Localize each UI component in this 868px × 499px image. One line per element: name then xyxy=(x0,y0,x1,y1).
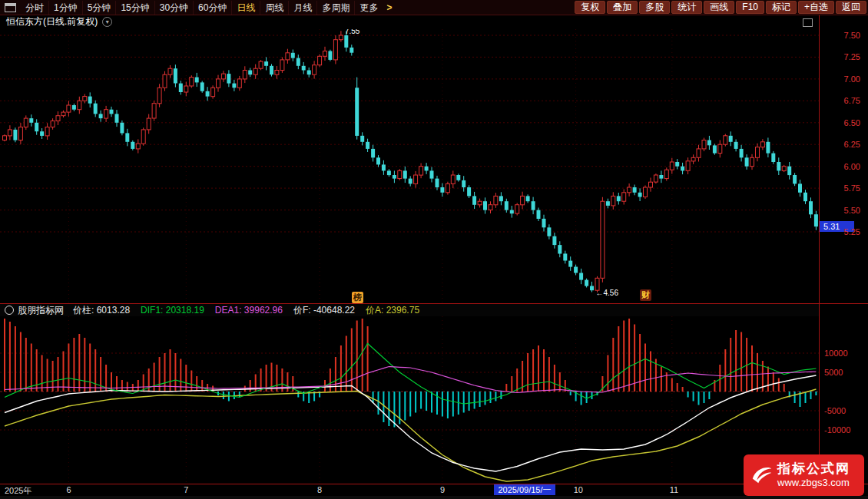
indicator-tick-label: -5000 xyxy=(824,406,846,415)
menu-button-huaxian[interactable]: 画线 xyxy=(704,1,734,14)
year-label: 2025年 xyxy=(5,485,31,497)
indicator-line-价F xyxy=(5,375,816,471)
menu-button-add-watchlist[interactable]: +自选 xyxy=(798,1,834,14)
field-label: 价F: xyxy=(293,305,311,316)
menu-button-fuquan[interactable]: 复权 xyxy=(575,1,605,14)
indicator-value-jiaa: 价A: 2396.75 xyxy=(366,304,419,317)
trading-app-window: 分时 1分钟 5分钟 15分钟 30分钟 60分钟 日线 周线 月线 多周期 更… xyxy=(0,0,868,499)
field-value: 39962.96 xyxy=(244,305,283,316)
price-tick-label: 5.75 xyxy=(844,183,860,193)
month-label: 6 xyxy=(66,485,71,494)
menubar-right-group: 复权 叠加 多股 统计 画线 F10 标记 +自选 返回 xyxy=(575,1,868,14)
price-tick-label: 7.00 xyxy=(844,74,860,84)
watermark-site-name: 指标公式网 xyxy=(777,461,850,477)
indicator-source-logo-icon xyxy=(5,306,14,315)
month-label: 11 xyxy=(670,485,678,494)
menu-item-weekly[interactable]: 周线 xyxy=(260,1,289,15)
menu-item-60min[interactable]: 60分钟 xyxy=(194,1,232,15)
chevron-down-icon[interactable]: ▼ xyxy=(102,17,112,27)
more-arrow-icon[interactable]: > xyxy=(383,2,396,13)
field-value: -40648.22 xyxy=(313,305,355,316)
indicator-chart[interactable] xyxy=(0,316,819,484)
month-label: 9 xyxy=(440,485,445,494)
watermark-url: www.zbgs3.com xyxy=(777,477,850,489)
candlestick-chart[interactable]: 7.55←4.56 xyxy=(0,29,819,303)
indicator-header: 股朋指标网 价柱: 6013.28 DIF1: 20318.19 DEA1: 3… xyxy=(0,304,819,316)
candles[interactable] xyxy=(3,31,818,292)
panel-layout-icon[interactable] xyxy=(803,18,813,27)
trough-annotation: ←4.56 xyxy=(596,289,619,297)
menu-item-monthly[interactable]: 月线 xyxy=(289,1,317,15)
price-tick-label: 5.50 xyxy=(844,206,860,215)
month-label: 7 xyxy=(184,485,188,494)
price-tick-label: 5.25 xyxy=(844,227,860,236)
menu-item-30min[interactable]: 30分钟 xyxy=(155,1,194,15)
zbgs-logo-icon xyxy=(750,461,774,490)
menu-item-1min[interactable]: 1分钟 xyxy=(49,1,83,15)
menu-button-f10[interactable]: F10 xyxy=(736,1,764,14)
menu-item-15min[interactable]: 15分钟 xyxy=(116,1,154,15)
field-value: 2396.75 xyxy=(386,305,419,316)
indicator-histogram xyxy=(4,319,817,428)
menu-button-diejia[interactable]: 叠加 xyxy=(607,1,638,14)
indicator-tick-label: -10000 xyxy=(824,425,850,435)
price-tick-label: 7.25 xyxy=(844,52,860,61)
indicator-value-jiaf: 价F: -40648.22 xyxy=(293,304,355,317)
field-label: DIF1: xyxy=(141,305,163,316)
time-axis: 2025年 2025/09/15/一 67891011 xyxy=(0,484,868,496)
month-label: 10 xyxy=(574,485,583,494)
field-value: 6013.28 xyxy=(97,305,130,316)
indicator-tick-label: 5000 xyxy=(824,368,843,377)
indicator-tick-label: 10000 xyxy=(824,349,848,358)
indicator-value-jiazhu: 价柱: 6013.28 xyxy=(73,304,130,317)
menu-button-back[interactable]: 返回 xyxy=(836,1,866,14)
price-axis: 5.31 7.507.257.006.756.506.256.005.755.5… xyxy=(820,29,868,303)
menu-button-duogu[interactable]: 多股 xyxy=(639,1,670,14)
menu-item-more[interactable]: 更多 xyxy=(355,1,383,15)
indicator-gridlines xyxy=(0,316,819,484)
news-badge-bang[interactable]: 榜 xyxy=(352,292,363,303)
site-watermark: 指标公式网 www.zbgs3.com xyxy=(744,454,864,496)
date-highlight: 2025/09/15/一 xyxy=(494,484,555,495)
chart-title: 恒信东方(日线.前复权) xyxy=(0,15,98,28)
month-label: 8 xyxy=(317,485,322,494)
price-tick-label: 6.00 xyxy=(844,162,860,171)
indicator-value-dea1: DEA1: 39962.96 xyxy=(215,305,283,316)
field-value: 20318.19 xyxy=(166,305,204,316)
field-label: 价柱: xyxy=(73,305,94,316)
price-tick-label: 7.50 xyxy=(844,31,860,40)
window-icon[interactable] xyxy=(5,3,16,12)
menu-button-biaoji[interactable]: 标记 xyxy=(766,1,797,14)
menu-item-multi-period[interactable]: 多周期 xyxy=(317,1,355,15)
price-tick-label: 6.25 xyxy=(844,140,860,149)
menu-item-daily[interactable]: 日线 xyxy=(232,1,260,15)
field-label: DEA1: xyxy=(215,305,242,316)
field-label: 价A: xyxy=(366,305,383,316)
menu-item-fenshi[interactable]: 分时 xyxy=(21,1,49,15)
price-gridlines xyxy=(0,29,819,303)
axis-divider xyxy=(819,15,820,484)
menu-button-tongji[interactable]: 统计 xyxy=(671,1,702,14)
menu-item-5min[interactable]: 5分钟 xyxy=(83,1,117,15)
menubar: 分时 1分钟 5分钟 15分钟 30分钟 60分钟 日线 周线 月线 多周期 更… xyxy=(0,0,868,15)
titlebar: 恒信东方(日线.前复权) ▼ xyxy=(0,15,819,28)
peak-annotation: 7.55 xyxy=(345,29,360,35)
watermark-text: 指标公式网 www.zbgs3.com xyxy=(777,461,850,489)
price-tick-label: 6.75 xyxy=(844,96,860,105)
bottom-toolbar-strip xyxy=(0,496,868,499)
indicator-source-label: 股朋指标网 xyxy=(18,304,64,317)
price-tick-label: 6.50 xyxy=(844,118,860,127)
news-badge-cai[interactable]: 财 xyxy=(640,289,651,301)
indicator-value-dif1: DIF1: 20318.19 xyxy=(141,305,204,316)
